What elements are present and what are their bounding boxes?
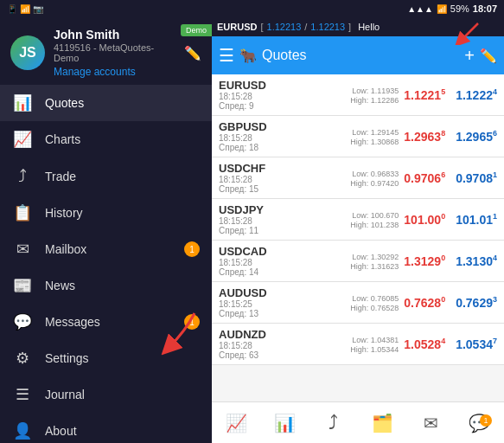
app-header: ☰ 🐂 Quotes + ✏️ [212,36,504,74]
sidebar-item-trade[interactable]: ⤴ Trade [0,157,212,195]
bottom-nav-messages[interactable]: 💬 1 [456,413,504,433]
sidebar-item-label-mailbox: Mailbox [45,242,86,256]
sidebar-item-charts[interactable]: 📈 Charts [0,121,212,157]
hamburger-menu-button[interactable]: ☰ [219,45,234,66]
sidebar-item-journal[interactable]: ☰ Journal [0,376,212,413]
header-title: Quotes [262,48,459,63]
app-logo-icon: 🐂 [239,48,257,64]
quote-info-usdchf: USDCHF 18:15:28 Спред: 15 [219,162,350,194]
edit-button[interactable]: ✏️ [480,48,497,64]
quote-row-audusd[interactable]: AUDUSD 18:15:25 Спред: 13 Low: 0.76085 H… [212,282,504,324]
quote-row-usdjpy[interactable]: USDJPY 18:15:28 Спред: 11 Low: 100.670 H… [212,199,504,241]
quote-info-audusd: AUDUSD 18:15:25 Спред: 13 [219,286,350,318]
drawer-panel: Demo JS John Smith 4119516 - MetaQuotes-… [0,0,212,443]
quotes-list: EURUSD 18:15:28 Спред: 9 Low: 1.11935 Hi… [212,74,504,401]
sidebar-item-label-trade: Trade [45,170,76,183]
sidebar-item-label-quotes: Quotes [45,96,84,110]
eurusd-prices: 1.12215 1.12224 [404,87,497,102]
sidebar-item-history[interactable]: 📋 History [0,195,212,231]
usdchf-prices: 0.97066 0.97081 [404,170,497,185]
account-number: 4119516 - MetaQuotes-Demo [54,42,175,63]
quote-row-gbpusd[interactable]: GBPUSD 18:15:28 Спред: 18 Low: 1.29145 H… [212,116,504,157]
sidebar-item-messages[interactable]: 💬 Messages 1 [0,304,212,340]
quote-info-usdcad: USDCAD 18:15:28 Спред: 14 [219,245,350,277]
history-icon: 📋 [12,203,33,222]
bottom-nav-charts[interactable]: 📊 [260,413,309,433]
top-bar-sep3: ] [348,22,351,32]
bottom-nav-mailbox[interactable]: ✉ [406,413,455,433]
audusd-prices: 0.76280 0.76293 [404,295,497,310]
mailbox-icon: ✉ [12,240,33,259]
bottom-quotes-icon: 📈 [226,413,247,433]
gbpusd-prices: 1.29638 1.29656 [404,129,497,144]
about-icon: 👤 [12,421,33,440]
bottom-charts-icon: 📊 [274,413,296,433]
trade-icon: ⤴ [12,166,33,186]
bottom-nav-trade[interactable]: ⤴ [309,412,358,434]
messages-badge: 1 [184,314,200,330]
account-info: John Smith 4119516 - MetaQuotes-Demo Man… [54,28,175,78]
sidebar-item-settings[interactable]: ⚙ Settings [0,340,212,376]
sidebar-item-news[interactable]: 📰 News [0,267,212,304]
usdchf-low-high: Low: 0.96833 High: 0.97420 [350,169,399,188]
top-bar-greeting: Hello [358,22,380,32]
settings-icon: ⚙ [12,349,33,368]
status-bar: 📱 📶 📷 ▲▲▲ 📶 59% 18:07 [0,0,504,17]
status-right-info: ▲▲▲ 📶 59% 18:07 [407,3,497,14]
top-bar-sep2: / [304,22,307,32]
quote-info-usdjpy: USDJPY 18:15:28 Спред: 11 [219,203,350,235]
status-left-icons: 📱 📶 📷 [7,4,43,14]
sidebar-item-quotes[interactable]: 📊 Quotes [0,85,212,121]
gbpusd-low-high: Low: 1.29145 High: 1.30868 [350,127,399,146]
top-notification-bar: EURUSD [ 1.12213 / 1.12213 ] Hello [212,17,504,36]
quote-info-eurusd: EURUSD 18:15:28 Спред: 9 [219,79,350,111]
signal-icon: ▲▲▲ [407,4,433,14]
quote-row-usdcad[interactable]: USDCAD 18:15:28 Спред: 14 Low: 1.30292 H… [212,241,504,282]
top-bar-bid: 1.12213 [267,22,302,32]
manage-accounts-link[interactable]: Manage accounts [54,66,175,78]
bottom-nav-quotes[interactable]: 📈 [212,413,260,433]
bottom-navigation: 📈 📊 ⤴ 🗂️ ✉ 💬 1 [212,401,504,443]
menu-list: 📊 Quotes 📈 Charts ⤴ Trade 📋 History ✉ Ma… [0,85,212,443]
sidebar-item-label-journal: Journal [45,388,85,401]
audnzd-low-high: Low: 1.04381 High: 1.05344 [350,335,399,354]
quote-row-eurusd[interactable]: EURUSD 18:15:28 Спред: 9 Low: 1.11935 Hi… [212,74,504,116]
sidebar-item-label-settings: Settings [45,351,89,365]
account-header: JS John Smith 4119516 - MetaQuotes-Demo … [0,17,212,85]
messages-icon: 💬 [12,312,33,331]
wifi-icon: 📶 [437,4,447,14]
charts-icon: 📈 [12,130,33,149]
add-symbol-button[interactable]: + [464,46,475,66]
sidebar-item-mailbox[interactable]: ✉ Mailbox 1 [0,231,212,267]
top-bar-ask: 1.12213 [310,22,345,32]
edit-account-button[interactable]: ✏️ [184,45,201,61]
bottom-nav-history[interactable]: 🗂️ [358,413,406,433]
top-bar-symbol: EURUSD [217,22,257,32]
quote-row-audnzd[interactable]: AUDNZD 18:15:28 Спред: 63 Low: 1.04381 H… [212,324,504,365]
audnzd-prices: 1.05284 1.05347 [404,337,497,351]
sidebar-item-label-messages: Messages [45,315,100,329]
avatar-initials: JS [19,45,36,61]
top-bar-separator: [ [260,22,263,32]
mailbox-badge: 1 [184,241,200,257]
bottom-messages-badge: 1 [480,414,492,427]
account-name: John Smith [54,28,175,42]
avatar: JS [10,35,45,70]
usdjpy-low-high: Low: 100.670 High: 101.238 [350,210,399,229]
notification-icons: 📱 📶 📷 [7,4,43,14]
bottom-mailbox-icon: ✉ [424,413,438,433]
usdcad-low-high: Low: 1.30292 High: 1.31623 [350,252,399,271]
journal-icon: ☰ [12,385,33,404]
quote-row-usdchf[interactable]: USDCHF 18:15:28 Спред: 15 Low: 0.96833 H… [212,157,504,199]
sidebar-item-label-about: About [45,424,77,438]
sidebar-item-label-history: History [45,206,83,220]
eurusd-low-high: Low: 1.11935 High: 1.12286 [350,86,399,105]
sidebar-item-about[interactable]: 👤 About [0,413,212,443]
sidebar-item-label-charts: Charts [45,132,80,146]
audusd-low-high: Low: 0.76085 High: 0.76528 [350,293,399,312]
quote-info-audnzd: AUDNZD 18:15:28 Спред: 63 [219,328,350,360]
time-display: 18:07 [473,3,497,14]
usdcad-prices: 1.31290 1.31304 [404,254,497,268]
main-panel: EURUSD [ 1.12213 / 1.12213 ] Hello ☰ 🐂 Q… [212,0,504,443]
quotes-icon: 📊 [12,93,33,112]
